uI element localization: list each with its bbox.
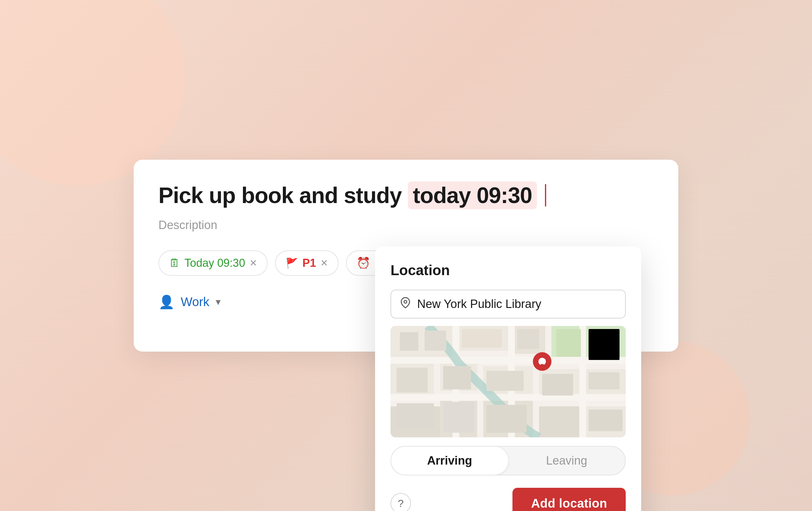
flag-icon: 🚩	[286, 257, 298, 269]
svg-rect-22	[425, 331, 446, 351]
task-card: Pick up book and study today 09:30 Descr…	[134, 160, 678, 351]
arriving-button[interactable]: Arriving	[391, 447, 508, 475]
svg-rect-29	[487, 371, 524, 391]
calendar-icon: 🗓	[169, 257, 180, 269]
person-icon: 👤	[158, 294, 175, 310]
popup-title: Location	[390, 262, 626, 279]
svg-rect-36	[588, 409, 622, 431]
svg-rect-31	[588, 372, 619, 389]
svg-rect-26	[588, 329, 619, 360]
alarm-icon: ⏰	[356, 257, 370, 269]
svg-rect-27	[397, 368, 428, 393]
map-area	[390, 326, 626, 437]
svg-rect-23	[462, 329, 502, 347]
svg-rect-21	[400, 332, 418, 351]
add-location-button[interactable]: Add location	[513, 488, 626, 511]
svg-rect-33	[443, 402, 474, 433]
svg-rect-24	[517, 329, 539, 349]
task-description[interactable]: Description	[158, 219, 654, 232]
svg-rect-30	[542, 374, 573, 396]
svg-rect-28	[443, 366, 471, 389]
help-icon: ?	[398, 498, 404, 509]
location-search-value: New York Public Library	[417, 297, 541, 311]
svg-rect-35	[542, 409, 573, 431]
help-button[interactable]: ?	[390, 493, 411, 511]
date-chip-close[interactable]: ✕	[250, 257, 257, 268]
popup-footer: ? Add location	[390, 488, 626, 511]
search-pin-icon	[400, 297, 411, 311]
location-popup: Location New York Public Library	[375, 246, 641, 511]
project-label: Work	[181, 295, 209, 309]
date-chip-label: Today 09:30	[184, 257, 245, 269]
text-cursor	[545, 184, 546, 206]
svg-rect-32	[397, 403, 434, 428]
task-title-text: Pick up book and study	[158, 182, 402, 208]
task-title-date[interactable]: today 09:30	[408, 181, 537, 209]
leaving-button[interactable]: Leaving	[508, 447, 625, 475]
svg-rect-34	[487, 405, 527, 433]
svg-rect-20	[390, 394, 626, 401]
location-search-input[interactable]: New York Public Library	[390, 290, 626, 318]
project-chevron-icon: ▾	[216, 296, 221, 308]
priority-chip-close[interactable]: ✕	[320, 257, 328, 268]
task-title-row: Pick up book and study today 09:30	[158, 181, 654, 209]
svg-rect-25	[556, 329, 581, 357]
svg-point-0	[404, 300, 407, 303]
date-chip[interactable]: 🗓 Today 09:30 ✕	[158, 250, 268, 276]
priority-chip[interactable]: 🚩 P1 ✕	[275, 250, 339, 276]
arrive-leave-toggle[interactable]: Arriving Leaving	[390, 446, 626, 475]
priority-chip-label: P1	[302, 257, 316, 269]
